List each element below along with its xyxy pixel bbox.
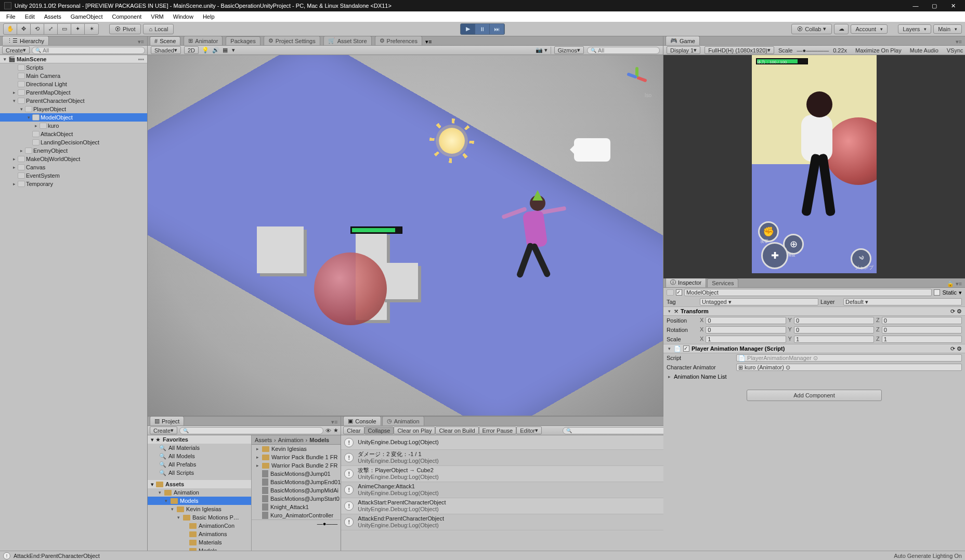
close-button[interactable]: ✕ [948,1,958,10]
hierarchy-search[interactable]: All [32,47,145,54]
project-search[interactable] [179,427,323,434]
slider-icon[interactable]: —●—— [317,521,338,527]
maximize-button[interactable]: ▢ [930,1,939,10]
console-editor[interactable]: Editor ▾ [516,426,542,434]
audio-icon[interactable]: 🔊 [212,47,219,54]
2d-toggle[interactable]: 2D [184,46,199,54]
scene-view[interactable]: Iso [148,55,663,416]
pos-z[interactable]: 0 [882,317,962,324]
menu-edit[interactable]: Edit [21,12,39,21]
scene-header[interactable]: ▾🎬MainScene ••• [0,55,147,63]
hierarchy-item[interactable]: Main Camera [0,72,147,80]
project-file[interactable]: ▸Kevin Iglesias [252,445,341,453]
component-menu-icon[interactable]: ⟳ ⚙ [950,308,962,315]
dpad-button[interactable]: ✚ [761,242,788,269]
shading-mode[interactable]: Shaded ▾ [151,46,181,54]
hierarchy-item[interactable]: LandingDecisionObject [0,138,147,146]
tab-project[interactable]: ▥ Project [150,416,184,425]
hierarchy-item[interactable]: ▸Canvas [0,163,147,171]
scene-search[interactable]: All [587,47,660,54]
account-dropdown[interactable]: Account [851,24,888,34]
local-toggle[interactable]: ⌂ Local [143,24,174,34]
project-file[interactable]: ▸Warrior Pack Bundle 1 FR [252,453,341,461]
pos-x[interactable]: 0 [706,317,786,324]
play-button[interactable]: ▶ [461,24,475,34]
panel-menu-icon[interactable]: ▾≡ [328,419,341,425]
menu-vrm[interactable]: VRM [147,12,167,21]
tag-dropdown[interactable]: Untagged ▾ [700,298,818,305]
project-file[interactable]: BasicMotions@JumpMidAi [252,486,341,495]
fx-icon[interactable]: ▦ [223,47,228,54]
tab-console[interactable]: ▣ Console [343,416,381,425]
component-menu-icon[interactable]: ⟳ ⚙ [950,345,962,352]
layout-dropdown[interactable]: Main [933,24,962,34]
menu-gameobject[interactable]: GameObject [67,12,107,21]
project-file[interactable]: BasicMotions@JumpStart0 [252,495,341,503]
orientation-gizmo[interactable] [621,61,653,92]
display-dropdown[interactable]: Display 1 ▾ [667,46,700,54]
hierarchy-item[interactable]: ▸MakeObjWorldObject [0,155,147,163]
console-collapse[interactable]: Collapse [364,426,394,434]
menu-component[interactable]: Component [108,12,146,21]
minimize-button[interactable]: — [911,1,920,10]
panel-menu-icon[interactable]: ▾≡ [425,38,432,45]
aspect-dropdown[interactable]: FullHD(H) (1080x1920) ▾ [705,46,774,54]
breadcrumb[interactable]: Assets › Animation › Models [252,435,341,445]
project-file[interactable]: Kuro_AnimatorController [252,511,341,519]
project-folder[interactable]: Models [148,546,251,551]
perspective-label[interactable]: Iso [645,92,651,98]
tab-animation[interactable]: ◷ Animation [382,416,424,425]
mute-audio[interactable]: Mute Audio [910,47,938,54]
filter-icon[interactable]: ★ [333,427,338,434]
pivot-toggle[interactable]: ⦿ Pivot [109,24,141,34]
component-enabled[interactable] [683,345,689,352]
hierarchy-item[interactable]: ▸kuro [0,122,147,130]
scl-z[interactable]: 1 [882,336,962,343]
transform-tool-icon[interactable]: ✦ [71,24,85,34]
menu-window[interactable]: Window [169,12,198,21]
hierarchy-create[interactable]: Create ▾ [2,46,30,54]
scale-tool-icon[interactable]: ⤢ [44,24,58,34]
tab-hierarchy[interactable]: ⋮☰ Hierarchy [2,36,49,45]
tab-inspector[interactable]: ⓘ Inspector [666,277,706,287]
hierarchy-item[interactable]: Directional Light [0,80,147,88]
scale-slider[interactable]: —●———— [797,47,829,54]
lighting-status[interactable]: Auto Generate Lighting On [894,553,962,559]
hierarchy-item[interactable]: Scripts [0,63,147,72]
hierarchy-item[interactable]: AttackObject [0,130,147,138]
tab-animator[interactable]: ⊞ Animator [184,36,223,45]
static-checkbox[interactable] [934,289,940,296]
project-file[interactable]: Knight_Attack1 [252,503,341,511]
tab-game[interactable]: 🎮 Game [666,36,700,45]
tab-packages[interactable]: Packages [226,36,260,45]
panel-menu-icon[interactable]: ▾≡ [135,38,147,45]
hierarchy-item[interactable]: ▸Temporary [0,180,147,188]
console-clear-on-build[interactable]: Clear on Build [435,426,478,434]
object-name-field[interactable]: ModelObject [684,289,932,296]
menu-help[interactable]: Help [199,12,219,21]
project-file[interactable]: ▸Warrior Pack Bundle 2 FR [252,461,341,470]
step-button[interactable]: ⏭ [490,24,504,34]
pause-button[interactable]: ⏸ [475,24,490,34]
hierarchy-item[interactable]: EventSystem [0,171,147,180]
maximize-on-play[interactable]: Maximize On Play [855,47,902,54]
cloud-button[interactable]: ☁ [834,24,849,34]
tab-scene[interactable]: # Scene [150,36,180,45]
layer-dropdown[interactable]: Default ▾ [843,298,962,305]
project-folder[interactable]: ▾Basic Motions P… [148,513,251,522]
game-view[interactable]: 体力：100 / 100 ✊ ⊕ ✚ ༄ 攻撃 捕捉 ジャンプ [663,55,965,278]
project-folder[interactable]: ▾Animation [148,488,251,497]
project-folder[interactable]: Animations [148,530,251,538]
rot-y[interactable]: 0 [794,326,874,334]
hierarchy-item[interactable]: ▸EnemyObject [0,146,147,155]
project-folder[interactable]: Materials [148,538,251,546]
menu-file[interactable]: File [2,12,20,21]
script-field[interactable]: 📄 PlayerAnimationManager ⊙ [736,354,962,362]
tab-preferences[interactable]: ⚙ Preferences [375,36,422,45]
hierarchy-item[interactable]: ▾PlayerObject [0,105,147,113]
favorite-item[interactable]: 🔍All Models [148,452,251,460]
rot-z[interactable]: 0 [882,326,962,334]
tab-services[interactable]: Services [707,278,738,287]
panel-menu-icon[interactable]: ▾≡ [953,38,965,45]
console-clear[interactable]: Clear [343,426,364,434]
